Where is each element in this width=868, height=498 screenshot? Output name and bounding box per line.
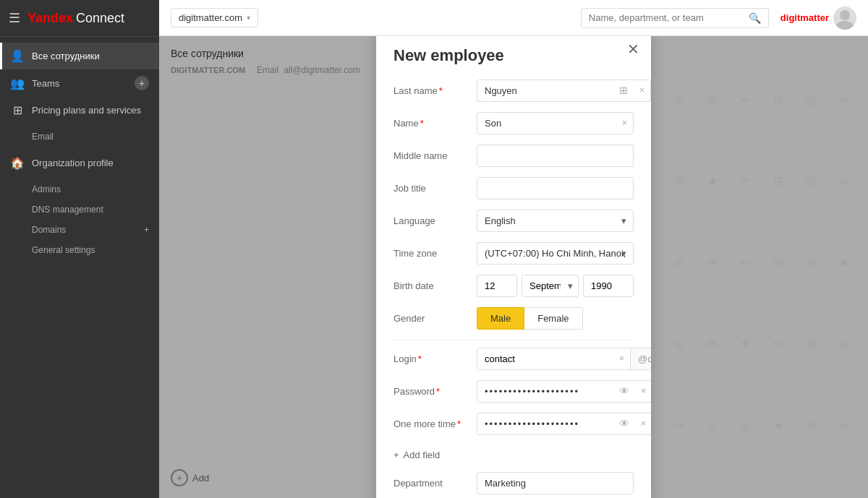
birth-month-wrapper: JanuaryFebruaryMarch AprilMayJune JulyAu…: [522, 275, 579, 297]
middle-name-input[interactable]: [477, 145, 634, 167]
timezone-select[interactable]: (UTC+07:00) Ho Chi Minh, Hanoi, Trà Vi..…: [477, 242, 634, 265]
sidebar-item-domains[interactable]: Domains +: [0, 220, 159, 240]
name-input-wrapper: ×: [477, 112, 634, 134]
sidebar-item-org-profile[interactable]: 🏠 Organization profile: [0, 150, 159, 176]
teams-add-button[interactable]: +: [135, 76, 149, 90]
login-label: Login*: [393, 348, 477, 364]
people-icon: 👤: [10, 49, 25, 63]
sidebar-item-general[interactable]: General settings: [0, 240, 159, 260]
modal-overlay: New employee ✕ Last name* ⊞ ×: [159, 36, 868, 498]
login-row: Login* × @digitmatter.com: [393, 348, 634, 370]
password-row: Password* 👁 ×: [393, 380, 634, 403]
job-title-label: Job title: [393, 177, 477, 194]
middle-name-row: Middle name: [393, 145, 634, 167]
birth-date-label: Birth date: [393, 275, 477, 291]
name-control: ×: [477, 112, 634, 134]
teams-icon: 👥: [10, 77, 25, 90]
confirm-clear-icon[interactable]: ×: [635, 418, 651, 429]
search-input[interactable]: [589, 12, 749, 23]
topbar: digitmatter.com ▾ 🔍 digitmatter: [159, 0, 868, 36]
sidebar-group-org: Admins DNS management Domains + General …: [0, 176, 159, 263]
modal-title: New employee: [393, 46, 634, 65]
last-name-label: Last name*: [393, 80, 477, 96]
domain-selector[interactable]: digitmatter.com ▾: [171, 8, 258, 27]
confirm-eye-icon[interactable]: 👁: [613, 418, 635, 429]
last-name-row: Last name* ⊞ ×: [393, 80, 634, 102]
form-divider: [393, 340, 634, 340]
org-icon: 🏠: [10, 156, 25, 170]
sidebar-item-email[interactable]: Email: [0, 126, 159, 147]
job-title-control: [477, 177, 634, 199]
sidebar-header: ☰ Yandex Connect: [0, 0, 159, 37]
modal-close-button[interactable]: ✕: [627, 40, 639, 58]
language-label: Language: [393, 210, 477, 226]
last-name-input[interactable]: [477, 80, 613, 101]
new-employee-modal: New employee ✕ Last name* ⊞ ×: [376, 36, 651, 498]
department-input[interactable]: [477, 472, 634, 494]
middle-name-label: Middle name: [393, 145, 477, 161]
pricing-icon: ⊞: [10, 103, 25, 117]
confirm-password-label: One more time*: [393, 413, 477, 429]
password-control: 👁 ×: [477, 380, 651, 403]
timezone-row: Time zone (UTC+07:00) Ho Chi Minh, Hanoi…: [393, 242, 634, 265]
birth-date-control: JanuaryFebruaryMarch AprilMayJune JulyAu…: [477, 275, 634, 297]
confirm-password-input[interactable]: [477, 413, 613, 434]
login-input-wrapper: × @digitmatter.com: [477, 348, 651, 370]
confirm-password-row: One more time* 👁 ×: [393, 413, 634, 435]
gender-label: Gender: [393, 307, 477, 324]
login-clear-button[interactable]: ×: [613, 353, 630, 364]
confirm-password-control: 👁 ×: [477, 413, 651, 435]
timezone-select-wrapper: (UTC+07:00) Ho Chi Minh, Hanoi, Trà Vi..…: [477, 242, 634, 265]
sidebar-item-pricing[interactable]: ⊞ Pricing plans and services: [0, 97, 159, 124]
job-title-row: Job title: [393, 177, 634, 199]
login-domain: @digitmatter.com: [630, 348, 651, 369]
password-input[interactable]: [477, 381, 613, 402]
name-clear-icon[interactable]: ×: [616, 118, 633, 128]
department-control: [477, 472, 634, 494]
user-area[interactable]: digitmatter: [780, 7, 856, 30]
job-title-input[interactable]: [477, 177, 634, 199]
logo-connect: Connect: [76, 11, 124, 26]
table-icon[interactable]: ⊞: [613, 85, 634, 96]
language-control: English Russian Vietnamese French German: [477, 210, 634, 232]
sidebar-item-dns[interactable]: DNS management: [0, 199, 159, 220]
sidebar-item-teams[interactable]: 👥 Teams +: [0, 69, 159, 97]
name-input[interactable]: [477, 113, 616, 134]
department-row: Department: [393, 472, 634, 494]
sidebar-label-all-employees: Все сотрудники: [32, 51, 149, 61]
gender-male-button[interactable]: Male: [477, 307, 524, 330]
domains-add-button[interactable]: +: [144, 225, 149, 235]
avatar: [833, 7, 856, 30]
add-field-row[interactable]: + Add field: [393, 445, 634, 465]
birth-month-select[interactable]: JanuaryFebruaryMarch AprilMayJune JulyAu…: [522, 275, 579, 297]
gender-female-button[interactable]: Female: [524, 307, 582, 330]
login-input[interactable]: [477, 348, 613, 369]
sidebar-item-admins[interactable]: Admins: [0, 179, 159, 199]
page-content: Все сотрудники DIGITMATTER.COM Email all…: [159, 36, 868, 498]
username: digitmatter: [780, 12, 829, 23]
search-bar[interactable]: 🔍: [581, 8, 769, 28]
language-select[interactable]: English Russian Vietnamese French German: [477, 210, 634, 232]
department-label: Department: [393, 472, 477, 489]
password-clear-icon[interactable]: ×: [635, 386, 651, 396]
sidebar-group-pricing: Email: [0, 124, 159, 150]
domain-name: digitmatter.com: [179, 12, 242, 23]
middle-name-control: [477, 145, 634, 167]
sidebar-label-teams: Teams: [32, 78, 135, 89]
language-row: Language English Russian Vietnamese Fren…: [393, 210, 634, 232]
birth-day-input[interactable]: [477, 275, 517, 297]
sidebar: ☰ Yandex Connect 👤 Все сотрудники 👥 Team…: [0, 0, 159, 498]
search-icon: 🔍: [749, 12, 761, 24]
last-name-control: ⊞ ×: [477, 80, 651, 102]
timezone-label: Time zone: [393, 242, 477, 259]
main-content: digitmatter.com ▾ 🔍 digitmatter Все сотр…: [159, 0, 868, 498]
birth-year-input[interactable]: [583, 275, 634, 297]
name-row: Name* ×: [393, 112, 634, 134]
hamburger-icon[interactable]: ☰: [9, 10, 20, 26]
sidebar-item-all-employees[interactable]: 👤 Все сотрудники: [0, 43, 159, 69]
svg-point-0: [840, 10, 850, 20]
password-eye-icon[interactable]: 👁: [613, 385, 635, 397]
sidebar-label-org-profile: Organization profile: [32, 158, 149, 168]
last-name-clear-icon[interactable]: ×: [634, 85, 650, 95]
svg-point-1: [836, 21, 854, 30]
